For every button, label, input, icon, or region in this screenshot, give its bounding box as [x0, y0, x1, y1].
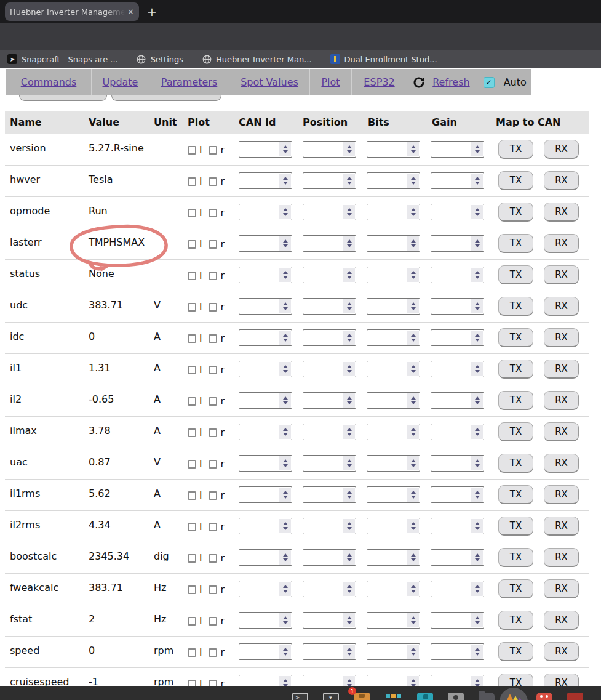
plot-right-checkbox[interactable]: [209, 397, 217, 406]
number-spinner[interactable]: [343, 456, 355, 470]
number-spinner[interactable]: [407, 550, 419, 565]
plot-left-checkbox[interactable]: [188, 303, 196, 312]
number-spinner[interactable]: [471, 331, 483, 345]
rx-button[interactable]: RX: [544, 234, 579, 253]
number-spinner[interactable]: [471, 362, 483, 376]
canid-input[interactable]: [239, 518, 292, 534]
tx-button[interactable]: TX: [498, 140, 533, 159]
number-spinner[interactable]: [343, 205, 355, 219]
bits-input[interactable]: [367, 424, 420, 440]
rx-button[interactable]: RX: [544, 391, 579, 410]
rx-button[interactable]: RX: [544, 203, 579, 222]
rx-button[interactable]: RX: [544, 297, 579, 316]
gain-input[interactable]: [431, 204, 484, 220]
plot-right-checkbox[interactable]: [209, 523, 217, 531]
tx-button[interactable]: TX: [498, 422, 533, 441]
number-spinner[interactable]: [471, 142, 483, 156]
canid-input[interactable]: [239, 486, 292, 503]
bits-input[interactable]: [367, 141, 420, 158]
number-spinner[interactable]: [471, 425, 483, 439]
gain-input[interactable]: [431, 549, 484, 566]
canid-input[interactable]: [239, 235, 292, 252]
number-spinner[interactable]: [407, 519, 419, 533]
number-spinner[interactable]: [343, 299, 355, 313]
gain-input[interactable]: [431, 298, 484, 315]
bits-input[interactable]: [367, 204, 420, 220]
new-tab-button[interactable]: +: [144, 4, 160, 20]
gain-input[interactable]: [431, 643, 484, 660]
nav-link-update[interactable]: Update: [103, 76, 138, 88]
bits-input[interactable]: [367, 486, 420, 503]
gain-input[interactable]: [431, 612, 484, 629]
rx-button[interactable]: RX: [544, 422, 579, 441]
number-spinner[interactable]: [471, 645, 483, 659]
number-spinner[interactable]: [279, 331, 291, 345]
number-spinner[interactable]: [343, 236, 355, 251]
number-spinner[interactable]: [279, 236, 291, 251]
number-spinner[interactable]: [407, 362, 419, 376]
plot-left-checkbox[interactable]: [188, 491, 196, 500]
bookmark-item[interactable]: Dual Enrollment Stud...: [330, 54, 437, 64]
position-input[interactable]: [303, 581, 356, 597]
tx-button[interactable]: TX: [498, 328, 533, 347]
tx-button[interactable]: TX: [498, 265, 533, 284]
number-spinner[interactable]: [279, 488, 291, 502]
number-spinner[interactable]: [279, 393, 291, 408]
plot-right-checkbox[interactable]: [209, 554, 217, 563]
plot-left-checkbox[interactable]: [188, 209, 196, 217]
cutoff-button-left[interactable]: [19, 95, 107, 101]
rx-button[interactable]: RX: [544, 611, 579, 630]
gain-input[interactable]: [431, 172, 484, 189]
rx-button[interactable]: RX: [544, 642, 579, 661]
number-spinner[interactable]: [343, 519, 355, 533]
tx-button[interactable]: TX: [498, 234, 533, 253]
active-colorful-app-icon[interactable]: [506, 693, 522, 700]
canid-input[interactable]: [239, 329, 292, 346]
bookmark-item[interactable]: Huebner Inverter Man...: [202, 54, 311, 64]
bits-input[interactable]: [367, 392, 420, 409]
bits-input[interactable]: [367, 267, 420, 283]
gain-input[interactable]: [431, 361, 484, 377]
number-spinner[interactable]: [407, 268, 419, 282]
gain-input[interactable]: [431, 518, 484, 534]
plot-left-checkbox[interactable]: [188, 146, 196, 155]
number-spinner[interactable]: [279, 645, 291, 659]
number-spinner[interactable]: [471, 205, 483, 219]
rx-button[interactable]: RX: [544, 454, 579, 473]
refresh-link[interactable]: Refresh: [432, 76, 469, 88]
plot-right-checkbox[interactable]: [209, 146, 217, 155]
tx-button[interactable]: TX: [498, 485, 533, 504]
auto-checkbox[interactable]: ✓: [484, 77, 495, 88]
close-tab-icon[interactable]: ✕: [127, 7, 134, 17]
number-spinner[interactable]: [407, 456, 419, 470]
text-editor-icon[interactable]: [323, 693, 339, 700]
plot-left-checkbox[interactable]: [188, 585, 196, 594]
plot-left-checkbox[interactable]: [188, 272, 196, 280]
number-spinner[interactable]: [343, 393, 355, 408]
number-spinner[interactable]: [343, 362, 355, 376]
bits-input[interactable]: [367, 643, 420, 660]
nav-link-spot-values[interactable]: Spot Values: [241, 76, 298, 88]
gain-input[interactable]: [431, 141, 484, 158]
terminal-icon[interactable]: [292, 693, 308, 700]
number-spinner[interactable]: [471, 299, 483, 313]
gain-input[interactable]: [431, 455, 484, 472]
video-app-icon[interactable]: [567, 693, 583, 700]
number-spinner[interactable]: [407, 582, 419, 596]
number-spinner[interactable]: [407, 613, 419, 627]
number-spinner[interactable]: [407, 174, 419, 188]
browser-tab[interactable]: Huebner Inverter Management ✕: [5, 2, 139, 21]
canid-input[interactable]: [239, 172, 292, 189]
bits-input[interactable]: [367, 518, 420, 534]
number-spinner[interactable]: [471, 488, 483, 502]
tx-button[interactable]: TX: [498, 642, 533, 661]
position-input[interactable]: [303, 643, 356, 660]
plot-left-checkbox[interactable]: [188, 523, 196, 531]
rx-button[interactable]: RX: [544, 579, 579, 598]
bits-input[interactable]: [367, 612, 420, 629]
plot-left-checkbox[interactable]: [188, 648, 196, 657]
tx-button[interactable]: TX: [498, 611, 533, 630]
number-spinner[interactable]: [407, 393, 419, 408]
canid-input[interactable]: [239, 424, 292, 440]
red-app-icon[interactable]: [536, 693, 552, 700]
